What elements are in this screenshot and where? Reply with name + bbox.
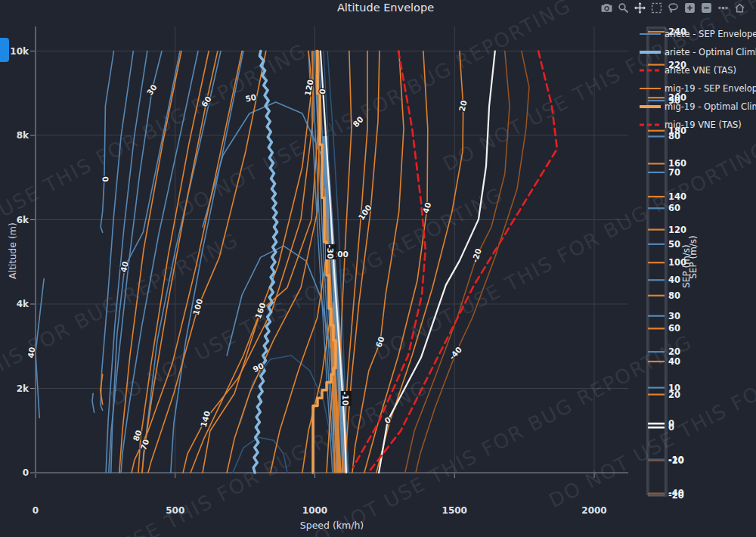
y-axis-title: Altitude (m) [7,212,18,290]
legend-label: ariete VNE (TAS) [665,65,736,76]
camera-icon[interactable] [601,2,612,14]
svg-text:8k: 8k [17,130,29,141]
legend-swatch [639,84,662,93]
svg-text:-20: -20 [668,490,684,501]
svg-text:0: 0 [101,176,110,183]
box-select-icon[interactable] [651,2,662,14]
legend-swatch [639,102,662,111]
svg-text:30: 30 [145,82,159,97]
svg-text:120: 120 [668,225,686,235]
svg-text:1000: 1000 [302,505,327,516]
lasso-icon[interactable] [668,2,679,14]
svg-text:70: 70 [668,167,680,178]
legend-item-5[interactable]: mig-19 - Optimal Climb [639,101,756,111]
ariete stub [92,393,94,412]
svg-text:50: 50 [668,239,680,250]
legend-label: mig-19 - Optimal Climb [665,101,756,112]
magnifier-icon[interactable] [618,2,629,14]
legend-item-2[interactable]: ariete - Optimal Climb [639,47,756,57]
svg-text:2k: 2k [17,383,29,394]
svg-text:4k: 4k [17,299,29,309]
legend-label: ariete - Optimal Climb [665,47,756,57]
svg-text:0: 0 [33,505,39,516]
svg-text:SEP (m/s): SEP (m/s) [688,235,699,279]
svg-text:1500: 1500 [442,505,467,516]
svg-text:500: 500 [166,505,184,516]
svg-text:-40: -40 [448,345,464,362]
svg-text:6k: 6k [17,215,29,225]
ariete Optimal Climb [253,51,277,473]
legend-label: mig-19 VNE (TAS) [665,120,742,130]
legend-label: ariete - SEP Envelope [665,29,756,39]
legend-swatch [639,120,662,129]
svg-text:140: 140 [668,191,686,202]
autoscale-icon[interactable] [717,2,729,14]
svg-text:-10: -10 [341,391,350,405]
legend-label: mig-19 - SEP Envelope [665,83,756,94]
svg-text:40: 40 [668,275,680,285]
svg-text:40: 40 [26,346,36,359]
svg-text:60: 60 [668,203,680,213]
legend: ariete - SEP Envelopeariete - Optimal Cl… [639,29,756,138]
svg-text:20: 20 [457,99,469,112]
svg-text:20: 20 [668,346,680,357]
pan-icon[interactable] [634,2,646,14]
zoom-out-icon[interactable] [701,2,712,14]
svg-text:-20: -20 [470,247,483,264]
legend-swatch [639,29,662,39]
home-icon[interactable] [734,2,745,14]
svg-text:80: 80 [668,290,680,301]
svg-text:0: 0 [23,467,29,478]
svg-text:10k: 10k [10,46,29,57]
svg-text:0: 0 [668,418,674,429]
svg-text:DO NOT USE THIS FOR BUG REPORT: DO NOT USE THIS FOR BUG REPORTING [175,0,575,221]
mig SEP 160 left [203,51,318,473]
svg-text:-10: -10 [668,455,684,465]
legend-item-3[interactable]: ariete VNE (TAS) [639,65,756,75]
legend-item-1[interactable]: ariete - SEP Envelope [639,29,756,39]
legend-item-4[interactable]: mig-19 - SEP Envelope [639,83,756,93]
svg-text:-30: -30 [326,244,335,259]
app-root: Altitude Envelope DO NOT USE THIS FOR BU… [0,0,756,537]
svg-text:40: 40 [421,201,433,215]
legend-swatch [639,48,662,57]
svg-text:40: 40 [668,356,680,367]
svg-text:10: 10 [668,383,680,393]
legend-swatch [639,66,662,75]
svg-text:2000: 2000 [581,505,606,516]
legend-item-6[interactable]: mig-19 VNE (TAS) [639,120,756,129]
zoom-in-icon[interactable] [684,2,696,14]
modebar [601,2,745,14]
x-axis-title: Speed (km/h) [36,520,628,531]
svg-text:30: 30 [668,311,680,321]
svg-text:60: 60 [668,323,680,334]
